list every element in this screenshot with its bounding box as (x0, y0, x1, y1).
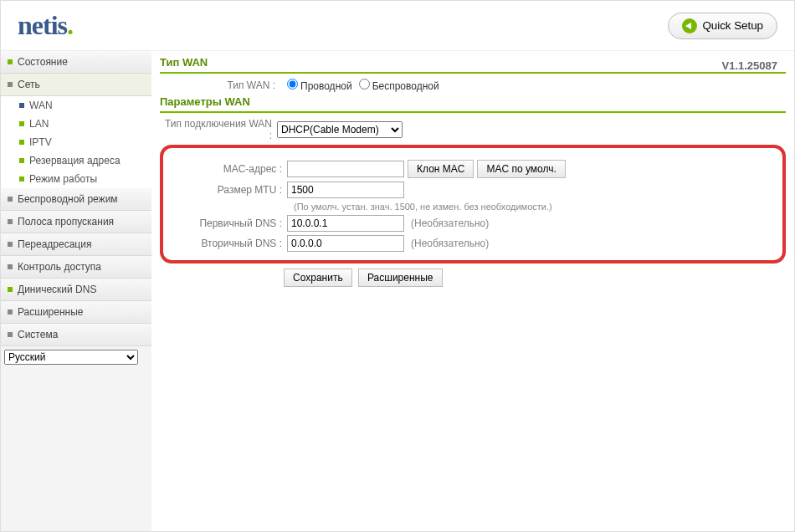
sidebar-item-bandwidth[interactable]: Полоса пропускания (1, 211, 151, 233)
sidebar-sub-reserve[interactable]: Резервация адреса (19, 151, 151, 170)
conn-type-select[interactable]: DHCP(Cable Modem) (277, 121, 403, 138)
sidebar-item-forward[interactable]: Переадресация (1, 233, 151, 256)
logo: netis. (18, 10, 73, 41)
mtu-label: Размер MTU : (170, 184, 287, 196)
content: Тип WAN Тип WAN : Проводной Беспроводной… (151, 51, 794, 531)
sidebar-sub-wan[interactable]: WAN (19, 96, 151, 115)
radio-wireless[interactable]: Беспроводной (352, 79, 439, 92)
dns1-label: Первичный DNS : (170, 217, 287, 229)
sidebar-item-system[interactable]: Система (1, 324, 151, 346)
conn-type-label: Тип подключения WAN : (160, 118, 277, 141)
mtu-note: (По умолч. устан. знач. 1500, не измен. … (294, 202, 776, 212)
sidebar-sub-mode[interactable]: Режим работы (19, 170, 151, 188)
dns2-input[interactable] (287, 235, 404, 252)
app-window: netis. Quick Setup V1.1.25087 Состояние … (0, 0, 795, 532)
advanced-button[interactable]: Расширенные (358, 269, 443, 287)
sidebar-item-network[interactable]: Сеть (1, 74, 151, 96)
sidebar-sub-network: WAN LAN IPTV Резервация адреса Режим раб… (1, 96, 151, 188)
highlighted-box: MAC-адрес : Клон MAC MAC по умолч. Разме… (160, 145, 786, 263)
sidebar-item-advanced[interactable]: Расширенные (1, 301, 151, 324)
sidebar-item-access[interactable]: Контроль доступа (1, 256, 151, 279)
mac-label: MAC-адрес : (170, 163, 287, 175)
radio-wired[interactable]: Проводной (280, 79, 352, 92)
section-title-wan-params: Параметры WAN (160, 95, 786, 113)
dns1-optional: (Необязательно) (411, 217, 489, 229)
quick-setup-label: Quick Setup (702, 19, 763, 32)
header: netis. Quick Setup (1, 1, 794, 51)
wan-type-label: Тип WAN : (163, 79, 280, 91)
sidebar-item-status[interactable]: Состояние (1, 51, 151, 74)
sidebar-item-ddns[interactable]: Динический DNS (1, 279, 151, 301)
quick-setup-button[interactable]: Quick Setup (668, 13, 777, 39)
sidebar-sub-lan[interactable]: LAN (19, 115, 151, 133)
sidebar-sub-iptv[interactable]: IPTV (19, 133, 151, 151)
arrow-left-icon (682, 18, 697, 33)
save-button[interactable]: Сохранить (284, 269, 352, 287)
default-mac-button[interactable]: MAC по умолч. (477, 160, 565, 178)
language-select[interactable]: Русский (4, 350, 138, 365)
sidebar-item-wireless[interactable]: Беспроводной режим (1, 188, 151, 211)
mtu-input[interactable] (287, 182, 404, 198)
dns1-input[interactable] (287, 215, 404, 232)
dns2-optional: (Необязательно) (411, 238, 489, 249)
sidebar: Состояние Сеть WAN LAN IPTV Резервация а… (1, 51, 151, 531)
dns2-label: Вторичный DNS : (170, 238, 287, 249)
section-title-wan-type: Тип WAN (160, 56, 786, 74)
mac-input[interactable] (287, 161, 404, 177)
clone-mac-button[interactable]: Клон MAC (408, 160, 474, 178)
